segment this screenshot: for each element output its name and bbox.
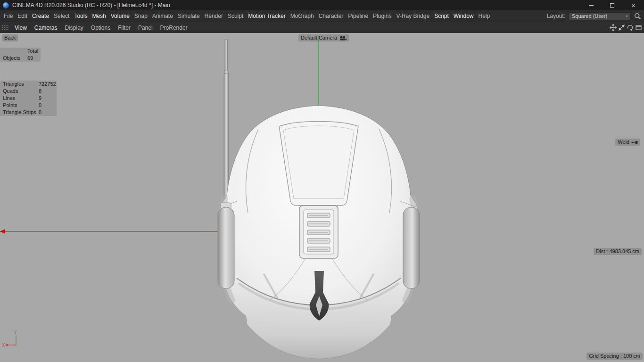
viewport-menu-items: ViewCamerasDisplayOptionsFilterPanelProR…	[11, 22, 191, 33]
weld-tool-icon	[631, 140, 638, 144]
viewport-menu-display[interactable]: Display	[61, 22, 87, 33]
viewport-toggle-icon[interactable]	[635, 24, 642, 31]
helmet-antenna[interactable]	[224, 40, 229, 209]
viewport-menu-filter[interactable]: Filter	[114, 22, 134, 33]
cinema4d-window: CINEMA 4D R20.026 Studio (RC - R20) - [H…	[0, 0, 644, 362]
axis-x-label: X	[2, 343, 5, 348]
menu-animate[interactable]: Animate	[150, 10, 175, 22]
search-icon[interactable]	[634, 13, 641, 20]
menu-pipeline[interactable]: Pipeline	[346, 10, 371, 22]
menu-file[interactable]: File	[1, 10, 15, 22]
helmet-vent-grille	[299, 206, 338, 258]
viewport-menu-prorender[interactable]: ProRender	[157, 22, 191, 33]
hud-row-triangle-strips: Triangle Strips0	[0, 109, 57, 116]
layout-dropdown[interactable]: Squared (User) ▼	[569, 12, 631, 20]
layout-label: Layout:	[547, 13, 565, 19]
minimize-button[interactable]	[580, 0, 602, 10]
menu-tools[interactable]: Tools	[72, 10, 90, 22]
minimize-icon	[589, 5, 594, 6]
hud-total-title: Total	[27, 48, 41, 55]
viewport-menu-cameras[interactable]: Cameras	[31, 22, 61, 33]
menu-snap[interactable]: Snap	[132, 10, 150, 22]
menu-v-ray-bridge[interactable]: V-Ray Bridge	[394, 10, 432, 22]
menu-script[interactable]: Script	[432, 10, 451, 22]
hud-empty-cell	[3, 48, 27, 55]
hud-row-objects: Objects 69	[0, 55, 41, 62]
menu-window[interactable]: Window	[451, 10, 476, 22]
active-camera-text: Default Camera	[301, 34, 337, 41]
world-x-axis	[0, 230, 220, 234]
menu-volume[interactable]: Volume	[108, 10, 132, 22]
helmet-ear-right	[403, 207, 420, 288]
hud-object-count: Total Objects 69	[0, 48, 41, 62]
viewport-scene	[0, 33, 644, 362]
title-bar: CINEMA 4D R20.026 Studio (RC - R20) - [H…	[0, 0, 644, 10]
menu-simulate[interactable]: Simulate	[175, 10, 202, 22]
hud-row-quads: Quads8	[0, 88, 57, 95]
chevron-down-icon: ▼	[625, 15, 628, 18]
hud-row-points: Points0	[0, 102, 57, 109]
viewport-menu-options[interactable]: Options	[87, 22, 114, 33]
view-name-label: Back	[2, 34, 18, 41]
hud-geometry-stats: Triangles722752Quads8Lines9Points0Triang…	[0, 81, 57, 116]
viewport-nav-icons	[610, 24, 642, 31]
viewport-menu-panel[interactable]: Panel	[134, 22, 157, 33]
menu-create[interactable]: Create	[30, 10, 51, 22]
axis-gizmo: Y X	[2, 329, 30, 351]
active-camera-label[interactable]: Default Camera	[298, 34, 349, 41]
hud-objects-value: 69	[27, 55, 41, 62]
window-title: CINEMA 4D R20.026 Studio (RC - R20) - [H…	[12, 2, 170, 8]
axis-y-label: Y	[14, 330, 17, 335]
hud-total-header: Total	[0, 48, 41, 55]
menu-mograph[interactable]: MoGraph	[288, 10, 316, 22]
menu-motion-tracker[interactable]: Motion Tracker	[246, 10, 288, 22]
viewport-toolbar: ViewCamerasDisplayOptionsFilterPanelProR…	[0, 22, 644, 33]
camera-zoom-icon[interactable]	[618, 24, 625, 31]
viewport-3d[interactable]: Back Default Camera Total Objects 69 Tri…	[0, 33, 644, 362]
hud-objects-label: Objects	[3, 55, 27, 62]
camera-pan-icon[interactable]	[610, 24, 617, 31]
maximize-button[interactable]	[602, 0, 623, 10]
camera-distance-badge: Dist : 4983.845 cm	[594, 248, 642, 255]
maximize-icon	[610, 3, 614, 8]
active-tool-text: Weld	[618, 139, 629, 146]
panel-grip-icon[interactable]	[1, 25, 9, 31]
menu-select[interactable]: Select	[51, 10, 72, 22]
menu-render[interactable]: Render	[202, 10, 225, 22]
layout-dropdown-value: Squared (User)	[572, 13, 625, 19]
menu-mesh[interactable]: Mesh	[90, 10, 108, 22]
menu-character[interactable]: Character	[316, 10, 346, 22]
helmet-ear-left	[218, 207, 234, 288]
menu-edit[interactable]: Edit	[15, 10, 30, 22]
menu-plugins[interactable]: Plugins	[371, 10, 394, 22]
hud-row-triangles: Triangles722752	[0, 81, 57, 88]
active-tool-badge: Weld	[615, 139, 640, 146]
helmet-model[interactable]	[218, 106, 420, 359]
menu-sculpt[interactable]: Sculpt	[225, 10, 246, 22]
menu-bar: FileEditCreateSelectToolsMeshVolumeSnapA…	[0, 10, 644, 22]
cinema4d-logo-icon	[3, 2, 9, 8]
menu-bar-items: FileEditCreateSelectToolsMeshVolumeSnapA…	[1, 10, 492, 22]
grid-spacing-badge: Grid Spacing : 100 cm	[586, 353, 643, 360]
camera-rotate-icon[interactable]	[627, 24, 634, 31]
camera-icon	[339, 36, 347, 41]
close-button[interactable]: ×	[623, 0, 644, 10]
layout-group: Layout: Squared (User) ▼	[547, 12, 641, 20]
menu-help[interactable]: Help	[476, 10, 493, 22]
viewport-menu-view[interactable]: View	[11, 22, 31, 33]
hud-row-lines: Lines9	[0, 95, 57, 102]
helmet-forehead-panel	[279, 122, 358, 206]
